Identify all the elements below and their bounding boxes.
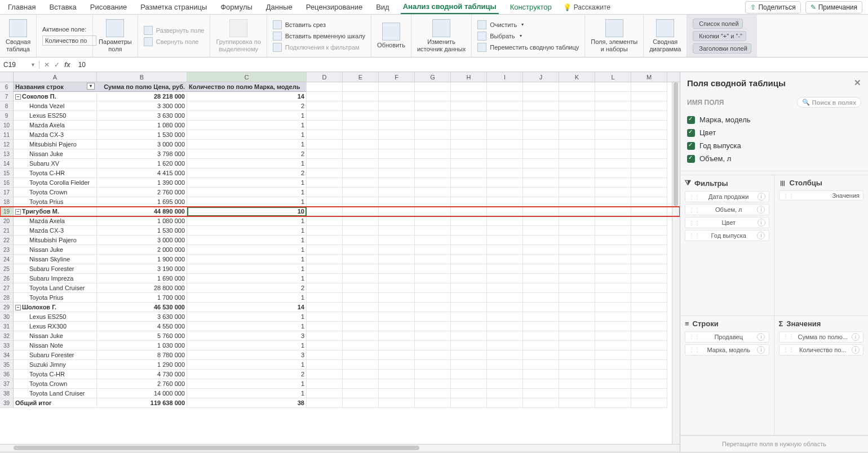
cell[interactable]: 1 xyxy=(187,226,307,236)
row-number[interactable]: 12 xyxy=(0,140,14,149)
cell[interactable] xyxy=(343,341,379,350)
cell[interactable] xyxy=(631,207,667,216)
zone-item[interactable]: ⋮⋮Дата продажиi xyxy=(685,191,769,202)
cancel-icon[interactable]: ✕ xyxy=(44,61,50,69)
field-search[interactable]: 🔍Поиск в полях xyxy=(797,97,862,108)
cell[interactable] xyxy=(595,322,631,331)
cell[interactable]: 1 xyxy=(187,140,307,149)
cell[interactable] xyxy=(415,82,451,92)
cell[interactable] xyxy=(631,370,667,379)
cell[interactable] xyxy=(343,101,379,111)
colhead-M[interactable]: M xyxy=(631,72,667,82)
cell[interactable]: 1 xyxy=(187,111,307,121)
cell[interactable]: 1 695 000 xyxy=(97,197,187,207)
cell[interactable] xyxy=(379,140,415,149)
cell[interactable] xyxy=(487,178,523,188)
cell[interactable] xyxy=(451,236,487,245)
row-number[interactable]: 15 xyxy=(0,168,14,178)
cell[interactable] xyxy=(415,283,451,293)
cell[interactable] xyxy=(415,322,451,331)
row-number[interactable]: 11 xyxy=(0,130,14,140)
cell[interactable] xyxy=(631,360,667,370)
cell[interactable] xyxy=(559,226,595,236)
cell[interactable] xyxy=(487,82,523,92)
cell[interactable] xyxy=(451,207,487,216)
cell[interactable] xyxy=(631,379,667,389)
cell[interactable] xyxy=(379,245,415,255)
cell[interactable]: 10 xyxy=(187,207,307,216)
cell[interactable] xyxy=(379,121,415,130)
cell[interactable] xyxy=(451,159,487,168)
cell[interactable] xyxy=(523,389,559,398)
cell[interactable] xyxy=(487,293,523,303)
cell[interactable] xyxy=(415,341,451,350)
cell[interactable] xyxy=(559,92,595,101)
colhead-H[interactable]: H xyxy=(451,72,487,82)
cell[interactable] xyxy=(379,188,415,197)
cell[interactable] xyxy=(523,293,559,303)
info-icon[interactable]: i xyxy=(757,346,765,354)
field-item[interactable]: Год выпуска xyxy=(687,139,861,152)
cell[interactable] xyxy=(343,130,379,140)
cell[interactable] xyxy=(307,236,343,245)
cell[interactable] xyxy=(415,121,451,130)
cell[interactable]: 1 xyxy=(187,293,307,303)
cell[interactable] xyxy=(595,370,631,379)
grid[interactable]: 6Названия строк▾Сумма по полю Цена, руб.… xyxy=(0,82,680,444)
cell[interactable]: 1 900 000 xyxy=(97,255,187,264)
cell[interactable] xyxy=(379,398,415,408)
cell[interactable] xyxy=(487,101,523,111)
cell[interactable] xyxy=(631,92,667,101)
cell[interactable] xyxy=(379,331,415,341)
cell[interactable]: Mazda Axela xyxy=(14,216,97,226)
cell[interactable]: Mazda CX-3 xyxy=(14,130,97,140)
cell[interactable] xyxy=(307,111,343,121)
cell[interactable] xyxy=(415,274,451,283)
row-number[interactable]: 27 xyxy=(0,283,14,293)
cell[interactable] xyxy=(523,111,559,121)
cell[interactable] xyxy=(559,360,595,370)
cell[interactable] xyxy=(595,360,631,370)
cell[interactable]: 1 290 000 xyxy=(97,360,187,370)
cell[interactable] xyxy=(379,350,415,360)
btn-refresh[interactable]: Обновить xyxy=(371,15,411,57)
cell[interactable] xyxy=(343,350,379,360)
cell[interactable] xyxy=(487,140,523,149)
cell[interactable] xyxy=(379,92,415,101)
cell[interactable] xyxy=(559,293,595,303)
cell[interactable] xyxy=(595,245,631,255)
cell[interactable] xyxy=(343,92,379,101)
cell[interactable] xyxy=(595,149,631,159)
row-number[interactable]: 8 xyxy=(0,101,14,111)
cell[interactable]: 2 760 000 xyxy=(97,379,187,389)
cell[interactable]: 2 xyxy=(187,370,307,379)
cell[interactable] xyxy=(451,398,487,408)
cell[interactable] xyxy=(415,149,451,159)
cell[interactable] xyxy=(379,236,415,245)
cell[interactable] xyxy=(415,331,451,341)
cell[interactable] xyxy=(523,341,559,350)
cell[interactable] xyxy=(595,274,631,283)
checkbox-icon[interactable] xyxy=(687,116,695,124)
cell[interactable] xyxy=(415,350,451,360)
cell[interactable] xyxy=(559,398,595,408)
cell[interactable] xyxy=(379,312,415,322)
cell[interactable] xyxy=(595,92,631,101)
cell[interactable]: Toyota Land Cruiser xyxy=(14,283,97,293)
cell[interactable] xyxy=(595,140,631,149)
cell[interactable] xyxy=(487,379,523,389)
cell[interactable] xyxy=(523,178,559,188)
cell[interactable] xyxy=(487,370,523,379)
cell[interactable]: Subaru XV xyxy=(14,159,97,168)
cell[interactable] xyxy=(631,159,667,168)
name-box[interactable]: C19▼ xyxy=(0,61,39,69)
cell[interactable] xyxy=(559,389,595,398)
cell[interactable] xyxy=(343,207,379,216)
hscroll-thumb[interactable] xyxy=(14,446,419,450)
cell[interactable] xyxy=(451,226,487,236)
cell[interactable] xyxy=(343,255,379,264)
cell[interactable] xyxy=(415,216,451,226)
cell[interactable]: 1 xyxy=(187,130,307,140)
colhead-K[interactable]: K xyxy=(559,72,595,82)
active-field-value[interactable]: Количество по xyxy=(42,35,96,46)
